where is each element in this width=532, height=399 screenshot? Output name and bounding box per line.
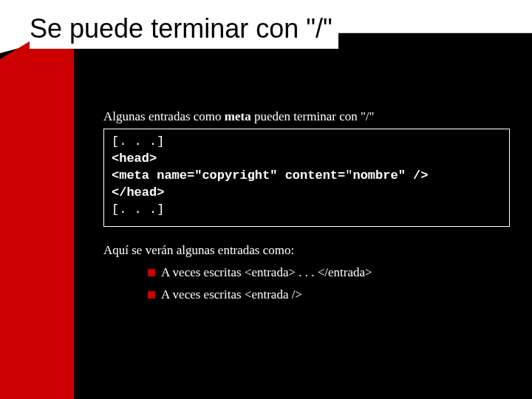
intro-text: Algunas entradas como meta pueden termin…: [103, 109, 517, 124]
slide-content: Algunas entradas como meta pueden termin…: [103, 109, 517, 310]
subheading: Aquí se verán algunas entradas como:: [103, 243, 517, 258]
intro-post: pueden terminar con "/": [251, 109, 375, 123]
code-line-4: </head>: [112, 185, 502, 202]
bullet-item: A veces escritas <entrada> . . . </entra…: [148, 265, 517, 280]
code-line-2: <head>: [112, 151, 502, 168]
bullet-text: A veces escritas <entrada> . . . </entra…: [161, 265, 372, 280]
intro-bold: meta: [225, 109, 251, 123]
code-example-box: [. . .] <head> <meta name="copyright" co…: [103, 129, 510, 227]
bullet-text: A veces escritas <entrada />: [161, 287, 302, 302]
intro-pre: Algunas entradas como: [103, 109, 225, 123]
code-line-5: [. . .]: [112, 202, 502, 219]
slide-title: Se puede terminar con "/": [30, 13, 338, 49]
red-accent-shape: [0, 59, 74, 399]
bullet-icon: [148, 269, 155, 276]
code-line-1: [. . .]: [112, 134, 502, 151]
bullet-icon: [148, 291, 155, 299]
bullet-item: A veces escritas <entrada />: [148, 287, 517, 302]
code-line-3: <meta name="copyright" content="nombre" …: [112, 168, 502, 185]
